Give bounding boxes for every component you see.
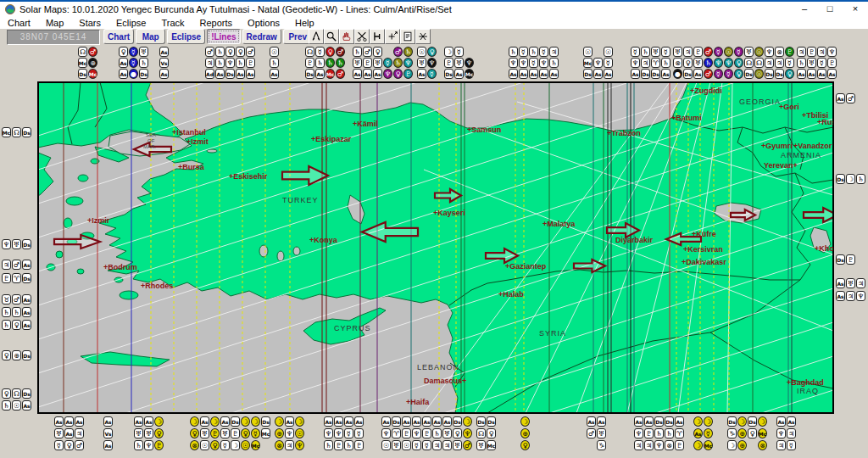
glyph-cell: ☽ <box>758 416 767 427</box>
clamp-icon[interactable] <box>370 29 385 44</box>
glyph-cell: ♇ <box>785 47 794 57</box>
glyph-row: ♉♂As <box>2 294 31 304</box>
glyph-cluster: AsAs☽♅♅♀♄♆♇ <box>134 416 164 452</box>
menu-item-chart[interactable]: Chart <box>0 18 38 28</box>
glyph-cell: ♄ <box>2 320 11 330</box>
glyph-cell: As <box>285 416 294 427</box>
glyph-cluster: ♃♇♃♆♄♅☿♇AsAsAsAs <box>797 47 837 80</box>
glyph-cell: As <box>270 69 279 79</box>
maximize-button[interactable]: □ <box>817 2 843 17</box>
city-label: +Gyumri <box>761 142 793 150</box>
glyph-cell: As <box>200 416 209 427</box>
toolbar-button-eclipse[interactable]: Eclipse <box>167 29 205 44</box>
glyph-cell: Ds <box>261 416 270 427</box>
glyph-cell: As <box>334 416 343 427</box>
aegean-island <box>64 218 72 228</box>
glyph-cell: Ds <box>305 69 314 79</box>
glyph-cluster: ☽⊕♀ <box>520 416 530 452</box>
glyph-cell: ♆ <box>539 58 548 68</box>
glyph-cell: ♇ <box>354 440 364 450</box>
glyph-cell: ♂ <box>75 440 84 450</box>
glyph-cell: ♄ <box>665 428 674 438</box>
glyph-cell: ♀ <box>487 428 496 438</box>
aegean-island <box>114 277 123 282</box>
menu-item-help[interactable]: Help <box>287 18 322 28</box>
glyph-cluster: AsVsAs <box>103 416 113 452</box>
menu-item-options[interactable]: Options <box>240 18 287 28</box>
glyph-cell: ♂ <box>246 47 255 57</box>
glyph-cell: ☉ <box>295 428 304 438</box>
glyph-cell: ⊗ <box>673 58 682 68</box>
glyph-cell: ☿ <box>427 69 437 79</box>
star-icon[interactable] <box>415 29 431 44</box>
scissors-icon[interactable] <box>354 29 370 44</box>
city-label: Diyarbakir <box>615 236 653 244</box>
glyph-row: ♄♀As <box>2 320 31 330</box>
close-button[interactable]: × <box>843 2 868 17</box>
glyph-cluster: ♄☿♄☿♃♆♆☿♆♄AsAsAsAsAs <box>509 47 559 80</box>
glyph-cell: As <box>797 69 806 79</box>
glyph-cell: ♂ <box>363 47 372 57</box>
glyph-cell: ♇ <box>210 428 220 438</box>
glyph-cell: ♇ <box>231 428 240 438</box>
glyph-cell: As <box>64 428 74 438</box>
glyph-cell: ♄ <box>661 58 670 68</box>
page-icon[interactable] <box>400 29 415 44</box>
glyph-cell: As <box>693 428 703 438</box>
glyph-cell: ♅ <box>139 47 148 57</box>
map-area[interactable]: +Istanbul+Izmit+Bursa+Eskisehir+Eskipaza… <box>38 82 833 413</box>
city-label: +Kämil <box>353 120 378 128</box>
city-label: +Rhodes <box>141 282 173 290</box>
glyph-cell: ☿ <box>354 428 364 438</box>
glyph-cell: ♆ <box>827 47 837 57</box>
toolbar-button-redraw[interactable]: Redraw <box>242 29 281 44</box>
menu-item-stars[interactable]: Stars <box>71 18 108 28</box>
glyph-cell: As <box>22 260 31 270</box>
hand-icon[interactable] <box>339 29 354 44</box>
menu-item-track[interactable]: Track <box>153 18 192 28</box>
city-label: +Istanbul <box>172 128 206 137</box>
zoom-icon[interactable] <box>324 29 339 44</box>
menu-item-eclipse[interactable]: Eclipse <box>108 18 153 28</box>
glyph-cell: ♃ <box>2 260 11 270</box>
glyph-cell: ♈ <box>675 428 684 438</box>
glyph-row: ♄♄As <box>2 307 31 317</box>
minimize-button[interactable]: – <box>792 2 817 17</box>
glyph-cell: ♅ <box>693 58 703 68</box>
glyph-cell: As <box>412 416 421 427</box>
glyph-cell: As <box>417 69 426 79</box>
glyph-cell: ♈ <box>392 428 401 438</box>
city-label: +Malatya <box>542 220 575 228</box>
glyph-cell: ♈ <box>651 58 660 68</box>
glyph-cell: As <box>354 416 364 427</box>
glyph-row: As♃♆ <box>836 291 865 301</box>
rhodes-island <box>120 291 138 299</box>
glyph-cell: As <box>644 416 654 427</box>
glyph-cell: ♇ <box>422 428 431 438</box>
glyph-cell: ♃ <box>442 440 452 450</box>
glyph-cell: Ad <box>205 69 214 79</box>
city-label: +Eskisehir <box>229 172 267 181</box>
city-label: +Vanadzor <box>793 142 832 150</box>
glyph-cell: ☊ <box>12 388 21 399</box>
glyph-cell: ♂ <box>205 47 214 57</box>
glyph-cell: ♃ <box>549 47 559 57</box>
toolbar-button-chart[interactable]: Chart <box>103 29 134 44</box>
glyph-cell: ♅ <box>54 428 64 438</box>
menu-item-reports[interactable]: Reports <box>192 18 241 28</box>
toolbar-button-lines[interactable]: !Lines <box>207 29 240 44</box>
crosshair-icon[interactable] <box>385 29 400 44</box>
glyph-cell: ☿ <box>539 47 548 57</box>
glyph-cell: ♆ <box>463 428 472 438</box>
border-syria <box>449 270 800 305</box>
glyph-cell: ♇ <box>363 58 372 68</box>
glyph-cell: Ds <box>775 69 784 79</box>
glyph-cell: As <box>363 69 372 79</box>
glyph-cell: ☽ <box>693 416 703 427</box>
compass-icon[interactable] <box>309 29 324 44</box>
glyph-cluster: ♄♂♀♂♄♅♇♅☿♄♆AsAsAs♆♀♇ <box>353 47 413 80</box>
glyph-cell: Vs <box>159 58 169 68</box>
toolbar-button-map[interactable]: Map <box>136 29 165 44</box>
glyph-cell: ☿ <box>383 58 392 68</box>
menu-item-map[interactable]: Map <box>38 18 71 28</box>
